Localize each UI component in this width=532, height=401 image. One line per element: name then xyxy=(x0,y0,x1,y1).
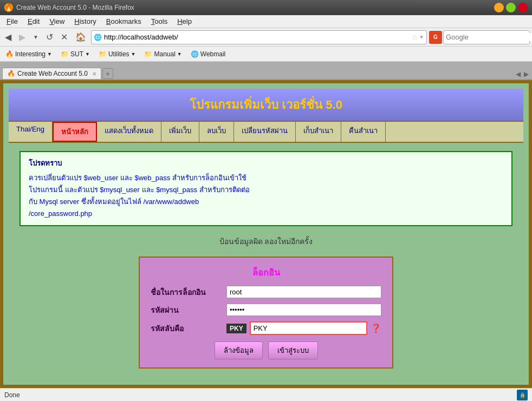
tab-label: Create Web Account 5.0 xyxy=(17,70,88,77)
login-buttons: ล้างข้อมูล เข้าสู่ระบบ xyxy=(151,341,381,359)
close-button[interactable] xyxy=(518,3,528,12)
tab-thai-eng[interactable]: Thai/Eng xyxy=(9,122,53,142)
username-label: ชื่อในการล็อกอิน xyxy=(151,286,226,298)
tabbar: 🔥 Create Web Account 5.0 ✕ + ◀ ▶ xyxy=(0,62,532,79)
tab-restore[interactable]: คืนสำเนา xyxy=(341,122,386,142)
secret-input[interactable] xyxy=(250,321,367,335)
bookmark-utilities-label: Utilities xyxy=(108,50,129,58)
tab-delete-web[interactable]: ลบเว็บ xyxy=(199,122,234,142)
password-row: รหัสผ่าน xyxy=(151,304,381,316)
security-icon: 🔒 xyxy=(517,390,528,400)
clear-button[interactable]: ล้างข้อมูล xyxy=(215,341,263,359)
bookmark-interesting[interactable]: 🔥 Interesting ▼ xyxy=(2,49,55,59)
notice-title: โปรดทราบ xyxy=(29,157,503,169)
tab-change-password[interactable]: เปลี่ยนรหัสผ่าน xyxy=(234,122,296,142)
sut-arrow-icon: ▼ xyxy=(85,51,90,57)
page-title: โปรแกรมเพิ่มเว็บ เวอร์ชั่น 5.0 xyxy=(190,98,342,111)
bookmark-webmail-label: Webmail xyxy=(200,50,225,58)
secret-label: รหัสลับคือ xyxy=(151,323,226,334)
notice-box: โปรดทราบ ควรเปลี่ยนตัวแปร $web_user และ … xyxy=(20,151,512,226)
utilities-arrow-icon: ▼ xyxy=(131,51,136,57)
window-controls xyxy=(494,3,528,12)
login-box: ล็อกอิน ชื่อในการล็อกอิน รหัสผ่าน รหัสลั… xyxy=(139,257,393,369)
menu-view[interactable]: View xyxy=(45,16,69,27)
tab-scroll-right-icon[interactable]: ▶ xyxy=(523,69,530,79)
bookmark-utilities[interactable]: 📁 Utilities ▼ xyxy=(95,49,139,59)
password-input[interactable] xyxy=(226,304,381,316)
bookmark-interesting-label: Interesting xyxy=(15,50,46,58)
home-button[interactable]: 🏠 xyxy=(73,30,89,44)
address-bar-container: 🌐 ☆ ▼ xyxy=(91,30,427,44)
page-content: โปรแกรมเพิ่มเว็บ เวอร์ชั่น 5.0 Thai/Eng … xyxy=(0,80,532,388)
manual-arrow-icon: ▼ xyxy=(177,51,182,57)
secret-row: รหัสลับคือ PKY ❓ xyxy=(151,321,381,335)
secret-badge: PKY xyxy=(226,324,246,333)
tab-close-icon[interactable]: ✕ xyxy=(92,71,96,77)
login-button[interactable]: เข้าสู่ระบบ xyxy=(268,341,318,359)
firefox-icon: 🔥 xyxy=(4,3,13,12)
menu-bookmarks[interactable]: Bookmarks xyxy=(102,16,146,27)
window-title: Create Web Account 5.0 - Mozilla Firefox xyxy=(16,4,491,11)
new-tab-button[interactable]: + xyxy=(102,68,113,79)
forward-button[interactable]: ▶ xyxy=(16,30,28,44)
login-section: ล็อกอิน ชื่อในการล็อกอิน รหัสผ่าน รหัสลั… xyxy=(9,254,523,379)
menu-history[interactable]: History xyxy=(70,16,100,27)
bookmark-manual[interactable]: 📁 Manual ▼ xyxy=(141,49,185,59)
search-input[interactable] xyxy=(446,33,532,41)
bookmark-webmail[interactable]: 🌐 Webmail xyxy=(187,49,229,59)
tab-icon: 🔥 xyxy=(7,70,15,77)
username-row: ชื่อในการล็อกอิน xyxy=(151,286,381,298)
tab-show-all[interactable]: แสดงเว็บทั้งหมด xyxy=(97,122,161,142)
statusbar: Done 🔒 xyxy=(0,388,532,401)
bookmarks-bar: 🔥 Interesting ▼ 📁 SUT ▼ 📁 Utilities ▼ 📁 … xyxy=(0,47,532,62)
tab-add-web[interactable]: เพิ่มเว็บ xyxy=(161,122,199,142)
bookmark-star-icon[interactable]: ☆ xyxy=(412,33,419,42)
manual-icon: 📁 xyxy=(144,50,152,58)
bookmark-manual-label: Manual xyxy=(154,50,175,58)
username-input[interactable] xyxy=(226,286,381,298)
bookmark-sut[interactable]: 📁 SUT ▼ xyxy=(57,49,93,59)
main-content-area: โปรแกรมเพิ่มเว็บ เวอร์ชั่น 5.0 Thai/Eng … xyxy=(0,79,532,388)
status-text: Done xyxy=(4,391,20,399)
tab-home[interactable]: หน้าหลัก xyxy=(53,122,97,142)
back-button[interactable]: ◀ xyxy=(2,30,14,44)
menu-edit[interactable]: Edit xyxy=(23,16,44,27)
utilities-icon: 📁 xyxy=(99,50,107,58)
menu-help[interactable]: Help xyxy=(173,16,196,27)
maximize-button[interactable] xyxy=(506,3,516,12)
tab-scroll-left-icon[interactable]: ◀ xyxy=(515,69,522,79)
menubar: File Edit View History Bookmarks Tools H… xyxy=(0,15,532,28)
tab-backup[interactable]: เก็บสำเนา xyxy=(296,122,341,142)
webmail-icon: 🌐 xyxy=(191,50,199,58)
page-header: โปรแกรมเพิ่มเว็บ เวอร์ชั่น 5.0 xyxy=(9,89,523,122)
notice-text: ควรเปลี่ยนตัวแปร $web_user และ $web_pass… xyxy=(29,172,503,220)
titlebar: 🔥 Create Web Account 5.0 - Mozilla Firef… xyxy=(0,0,532,15)
interesting-icon: 🔥 xyxy=(5,50,14,58)
notice-section: โปรดทราบ ควรเปลี่ยนตัวแปร $web_user และ … xyxy=(9,143,523,229)
search-container: 🔍 xyxy=(443,30,530,44)
address-input[interactable] xyxy=(104,33,412,41)
menu-tools[interactable]: Tools xyxy=(147,16,172,27)
bookmark-sut-label: SUT xyxy=(70,50,83,58)
dropdown-button[interactable]: ▼ xyxy=(30,32,41,42)
login-title: ล็อกอิน xyxy=(151,266,381,279)
page-icon: 🌐 xyxy=(94,34,102,41)
minimize-button[interactable] xyxy=(494,3,504,12)
dropdown-arrow-icon[interactable]: ▼ xyxy=(419,34,424,40)
sut-icon: 📁 xyxy=(61,50,69,58)
error-message: ป้อนข้อมูลผิด ลองใหม่อีกครั้ง xyxy=(9,229,523,254)
search-engine-icon[interactable]: G xyxy=(429,31,442,44)
interesting-arrow-icon: ▼ xyxy=(47,51,52,57)
password-label: รหัสผ่าน xyxy=(151,304,226,316)
tab-createweb[interactable]: 🔥 Create Web Account 5.0 ✕ xyxy=(2,68,101,79)
help-icon[interactable]: ❓ xyxy=(371,323,381,333)
menu-file[interactable]: File xyxy=(2,16,22,27)
reload-button[interactable]: ↺ xyxy=(43,30,56,44)
stop-button[interactable]: ✕ xyxy=(58,30,70,44)
navbar: ◀ ▶ ▼ ↺ ✕ 🏠 🌐 ☆ ▼ G 🔍 xyxy=(0,28,532,47)
nav-tabs: Thai/Eng หน้าหลัก แสดงเว็บทั้งหมด เพิ่มเ… xyxy=(9,122,523,143)
